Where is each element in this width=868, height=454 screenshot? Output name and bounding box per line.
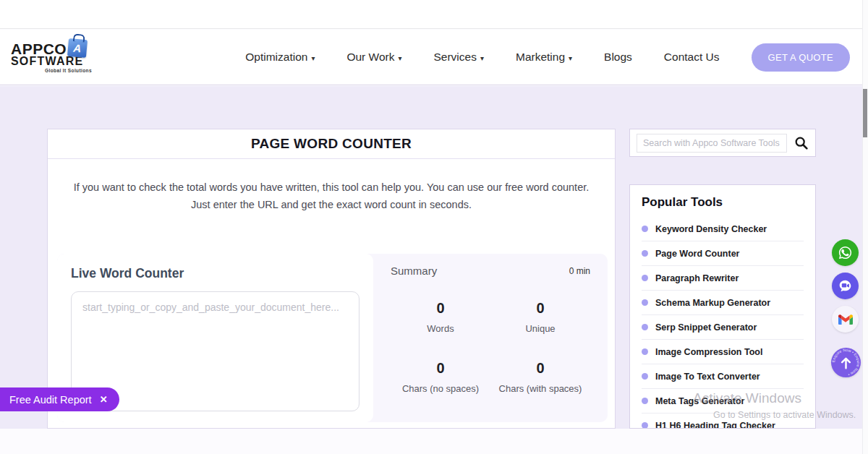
nav-item-blogs[interactable]: Blogs [604,51,632,64]
gmail-icon [838,314,853,325]
top-strip [0,0,868,29]
chevron-down-icon: ▾ [311,54,315,62]
audit-label: Free Audit Report [9,394,92,406]
nav-item-contact-us[interactable]: Contact Us [664,51,720,64]
tool-link-label: Image To Text Converter [655,372,760,382]
summary-title: Summary [391,265,437,277]
stat-label: Words [391,323,490,334]
stat-value: 0 [391,300,490,317]
popular-tool-paragraph-rewriter[interactable]: Paragraph Rewriter [642,265,804,290]
popular-tool-meta-tags-generator[interactable]: Meta Tags Generator [642,388,804,413]
stat-label: Unique [490,323,590,334]
tool-link-label: Meta Tags Generator [655,396,744,406]
nav-item-label: Blogs [604,51,632,64]
bullet-icon [642,324,648,330]
nav-item-label: Optimization [245,51,307,64]
video-chat-icon [836,277,854,295]
whatsapp-icon [836,244,854,262]
popular-tools-list: Keyword Density CheckerPage Word Counter… [642,217,804,429]
popular-tool-keyword-density-checker[interactable]: Keyword Density Checker [642,217,804,241]
search-button[interactable] [793,135,809,150]
bag-letter: A [73,42,82,55]
tool-panel: Live Word Counter Summary 0 min 0Words0U… [57,254,608,422]
stat-value: 0 [391,360,490,377]
nav-item-marketing[interactable]: Marketing▾ [516,51,572,64]
search-icon [793,135,809,150]
brand-logo[interactable]: APPCO A SOFTWARE Global It Solutions [11,41,92,73]
shopping-bag-icon: A [67,38,88,58]
tool-link-label: Paragraph Rewriter [655,273,739,283]
bullet-icon [642,275,648,281]
bullet-icon [642,250,648,257]
popular-tool-image-compression-tool[interactable]: Image Compression Tool [642,339,804,364]
nav-item-label: Services [434,51,477,64]
summary-header: Summary 0 min [391,265,590,277]
popular-tool-serp-snippet-generator[interactable]: Serp Snippet Generator [642,314,804,339]
bullet-icon [642,373,648,380]
get-a-quote-button[interactable]: GET A QUOTE [752,43,850,72]
popular-tool-schema-markup-generator[interactable]: Schema Markup Generator [642,290,804,314]
scrollbar-thumb[interactable] [863,89,867,137]
card-title-row: PAGE WORD COUNTER [48,129,615,159]
tool-link-label: Schema Markup Generator [655,298,770,308]
whatsapp-button[interactable] [832,239,859,266]
word-counter-card: PAGE WORD COUNTER If you want to check t… [47,129,616,429]
bullet-icon [642,226,648,232]
nav-item-label: Our Work [346,51,394,64]
tool-link-label: Image Compression Tool [655,347,762,357]
popular-tool-h1-h6-heading-tag-checker[interactable]: H1 H6 Heading Tag Checker [642,413,804,429]
bullet-icon [642,422,648,429]
chevron-down-icon: ▾ [480,54,484,62]
free-audit-report-button[interactable]: Free Audit Report ✕ [0,387,119,411]
scroll-to-top-button[interactable]: Enquire Now • Enquire Now • [831,348,861,377]
live-word-counter-heading: Live Word Counter [71,266,359,281]
tool-link-label: Serp Snippet Generator [655,322,757,333]
nav-menu: Optimization▾Our Work▾Services▾Marketing… [245,51,719,64]
nav-item-optimization[interactable]: Optimization▾ [245,51,315,64]
bullet-icon [642,398,648,404]
stat-value: 0 [490,300,590,317]
page: APPCO A SOFTWARE Global It Solutions Opt… [0,0,868,454]
nav-item-label: Marketing [516,51,565,64]
scroll-to-top-icon: Enquire Now • Enquire Now • [831,348,861,377]
video-chat-button[interactable] [832,273,859,299]
tool-link-label: Page Word Counter [655,249,739,259]
header: APPCO A SOFTWARE Global It Solutions Opt… [0,30,868,85]
scrollbar[interactable] [862,0,868,454]
bullet-icon [642,348,648,355]
stat-label: Chars (with spaces) [490,383,590,394]
tool-link-label: Keyword Density Checker [655,224,767,234]
summary-stats: 0Words0Unique0Chars (no spaces)0Chars (w… [391,300,590,394]
logo-tagline: Global It Solutions [45,68,92,73]
read-time: 0 min [569,266,590,276]
summary-stat: 0Words [391,300,490,334]
gmail-button[interactable] [832,306,859,333]
summary-stat: 0Chars (no spaces) [391,360,490,394]
close-icon[interactable]: ✕ [100,394,108,405]
popular-tool-image-to-text-converter[interactable]: Image To Text Converter [642,364,804,388]
summary-panel: Summary 0 min 0Words0Unique0Chars (no sp… [373,254,608,422]
nav-item-our-work[interactable]: Our Work▾ [346,51,401,64]
popular-tool-page-word-counter[interactable]: Page Word Counter [642,241,804,265]
chevron-down-icon: ▾ [398,54,401,62]
chevron-down-icon: ▾ [569,54,572,62]
page-title: PAGE WORD COUNTER [251,136,412,152]
bullet-icon [642,299,648,306]
tool-link-label: H1 H6 Heading Tag Checker [655,421,775,429]
stat-value: 0 [490,360,590,377]
popular-tools-card: Popular Tools Keyword Density CheckerPag… [629,184,816,429]
popular-tools-title: Popular Tools [642,195,804,217]
stat-label: Chars (no spaces) [391,383,490,394]
search-input[interactable] [637,134,787,153]
nav-item-label: Contact Us [664,51,720,64]
tools-search-card [629,129,816,157]
summary-stat: 0Chars (with spaces) [490,360,590,394]
page-description: If you want to check the total words you… [48,159,615,213]
nav-item-services[interactable]: Services▾ [434,51,484,64]
summary-stat: 0Unique [490,300,590,334]
